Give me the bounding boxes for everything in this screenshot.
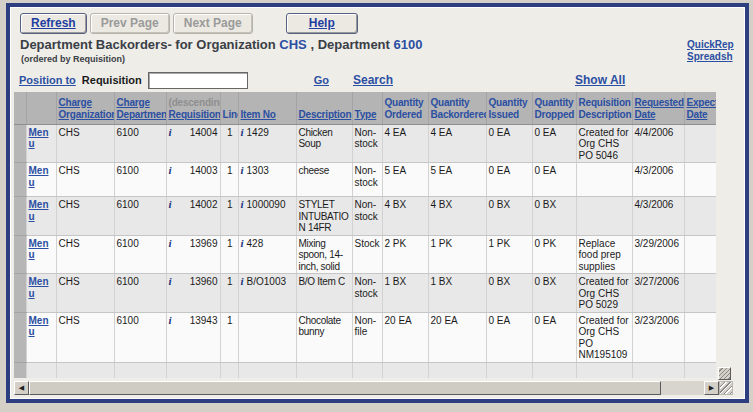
cell-quantity-issued: 0 EA: [486, 124, 532, 163]
ordered-by-subtitle: (ordered by Requisition): [21, 54, 125, 64]
cell-item-no: i1000090: [238, 197, 296, 236]
scroll-left-arrow-icon: ◀: [19, 384, 24, 392]
cell-description: Chocolate bunny: [296, 312, 352, 362]
menu-link[interactable]: Menu: [29, 199, 49, 222]
header-quantity-issued: QuantityIssued: [486, 92, 532, 124]
vertical-scrollbar-stub[interactable]: [718, 367, 731, 380]
requisition-info-icon[interactable]: i: [169, 276, 172, 288]
requisition-info-icon[interactable]: i: [169, 315, 172, 327]
cell-requested-date: 3/23/2006: [632, 312, 684, 362]
search-link[interactable]: Search: [353, 73, 393, 87]
quick-report-link[interactable]: QuickRep: [687, 39, 749, 51]
item-number: 428: [247, 238, 264, 250]
table-row: Menu CHS 6100 i14002 1 i1000090 STYLET I…: [14, 197, 716, 236]
cell-charge-organization: CHS: [56, 124, 114, 163]
item-number: 1429: [247, 127, 269, 139]
table-header-row: ChargeOrganization ChargeDepartment (des…: [14, 92, 716, 124]
requisition-number: 14003: [190, 165, 218, 177]
cell-menu: Menu: [26, 163, 56, 197]
requisition-info-icon[interactable]: i: [169, 238, 172, 250]
cell-quantity-ordered: 5 EA: [382, 163, 428, 197]
horizontal-scrollbar-thumb[interactable]: [29, 381, 661, 395]
refresh-button[interactable]: Refresh: [20, 13, 87, 34]
cell-requested-date: 3/27/2006: [632, 274, 684, 313]
table-row: Menu CHS 6100 i13969 1 i428 Mixing spoon…: [14, 235, 716, 274]
item-info-icon[interactable]: i: [241, 127, 244, 139]
menu-link[interactable]: Menu: [29, 238, 49, 261]
header-quantity-ordered: QuantityOrdered: [382, 92, 428, 124]
go-link[interactable]: Go: [314, 74, 329, 86]
spreadsheet-link[interactable]: Spreadsh: [687, 51, 749, 63]
requisition-number: 14004: [190, 127, 218, 139]
menu-link[interactable]: Menu: [29, 165, 49, 188]
cell-requisition: i13960: [166, 274, 220, 313]
cell-quantity-ordered: 4 EA: [382, 124, 428, 163]
table-row: Menu CHS 6100 i13960 1 iB/O1003 B/O Item…: [14, 274, 716, 313]
table-row: Menu CHS 6100 i13943 1 Chocolate bunny N…: [14, 312, 716, 362]
requisition-info-icon[interactable]: i: [169, 165, 172, 177]
header-quantity-dropped: QuantityDropped: [532, 92, 576, 124]
requisition-input[interactable]: [148, 72, 248, 89]
sort-type[interactable]: Type: [355, 109, 377, 120]
cell-quantity-dropped: 0 EA: [532, 163, 576, 197]
position-to-link[interactable]: Position to: [19, 74, 76, 86]
cell-quantity-backordered: 4 EA: [428, 124, 486, 163]
show-all-link[interactable]: Show All: [575, 73, 625, 87]
sort-requisition[interactable]: Requisition: [169, 109, 221, 120]
header-line: Line: [220, 92, 238, 124]
cell-description: B/O Item C: [296, 274, 352, 313]
cell-requisition-description: [576, 197, 632, 236]
cell-quantity-backordered: 5 EA: [428, 163, 486, 197]
header-description: Description: [296, 92, 352, 124]
cell-charge-organization: CHS: [56, 163, 114, 197]
prev-page-button[interactable]: Prev Page: [90, 13, 170, 34]
cell-menu: Menu: [26, 274, 56, 313]
backorders-table: ChargeOrganization ChargeDepartment (des…: [14, 92, 716, 378]
scroll-right-button[interactable]: ▶: [704, 381, 719, 395]
title-prefix: Department Backorders- for Organization: [20, 37, 276, 52]
header-quantity-backordered: QuantityBackordered: [428, 92, 486, 124]
row-strip-cell: [14, 235, 26, 274]
help-button[interactable]: Help: [286, 13, 358, 34]
item-info-icon[interactable]: i: [241, 165, 244, 177]
requisition-info-icon[interactable]: i: [169, 127, 172, 139]
cell-quantity-issued: 0 BX: [486, 274, 532, 313]
next-page-button[interactable]: Next Page: [173, 13, 253, 34]
sort-description[interactable]: Description: [299, 109, 352, 120]
cell-quantity-ordered: 20 EA: [382, 312, 428, 362]
cell-type: Non-stock: [352, 197, 382, 236]
sort-charge-organization[interactable]: ChargeOrganization: [59, 97, 115, 120]
menu-link[interactable]: Menu: [29, 315, 49, 338]
cell-quantity-issued: 0 EA: [486, 163, 532, 197]
cell-charge-department: 6100: [114, 235, 166, 274]
cell-quantity-dropped: 0 EA: [532, 124, 576, 163]
menu-link[interactable]: Menu: [29, 127, 49, 150]
horizontal-scrollbar[interactable]: ◀ ▶: [14, 381, 733, 395]
item-info-icon[interactable]: i: [241, 276, 244, 288]
requisition-info-icon[interactable]: i: [169, 199, 172, 211]
sort-expected-date[interactable]: ExpectedDate: [687, 97, 717, 120]
cell-expected-date: [684, 197, 716, 236]
header-menu: [26, 92, 56, 124]
sort-charge-department[interactable]: ChargeDepartment: [117, 97, 167, 120]
item-number: 1000090: [247, 199, 286, 211]
menu-link[interactable]: Menu: [29, 276, 49, 299]
cell-charge-department: 6100: [114, 163, 166, 197]
cell-line: 1: [220, 197, 238, 236]
cell-item-no: i428: [238, 235, 296, 274]
requisition-number: 13969: [190, 238, 218, 250]
sort-requested-date[interactable]: RequestedDate: [635, 97, 684, 120]
cell-requisition: i13943: [166, 312, 220, 362]
cell-charge-organization: CHS: [56, 274, 114, 313]
cell-charge-organization: CHS: [56, 235, 114, 274]
cell-charge-organization: CHS: [56, 312, 114, 362]
item-info-icon[interactable]: i: [241, 199, 244, 211]
organization-value: CHS: [279, 37, 306, 52]
scroll-left-button[interactable]: ◀: [14, 381, 29, 395]
cell-requisition-description: Created for Org CHS PO 5029: [576, 274, 632, 313]
sort-item-no[interactable]: Item No: [241, 109, 276, 120]
item-info-icon[interactable]: i: [241, 238, 244, 250]
cell-expected-date: [684, 274, 716, 313]
header-strip: [14, 92, 26, 124]
horizontal-scrollbar-track[interactable]: [661, 381, 704, 395]
